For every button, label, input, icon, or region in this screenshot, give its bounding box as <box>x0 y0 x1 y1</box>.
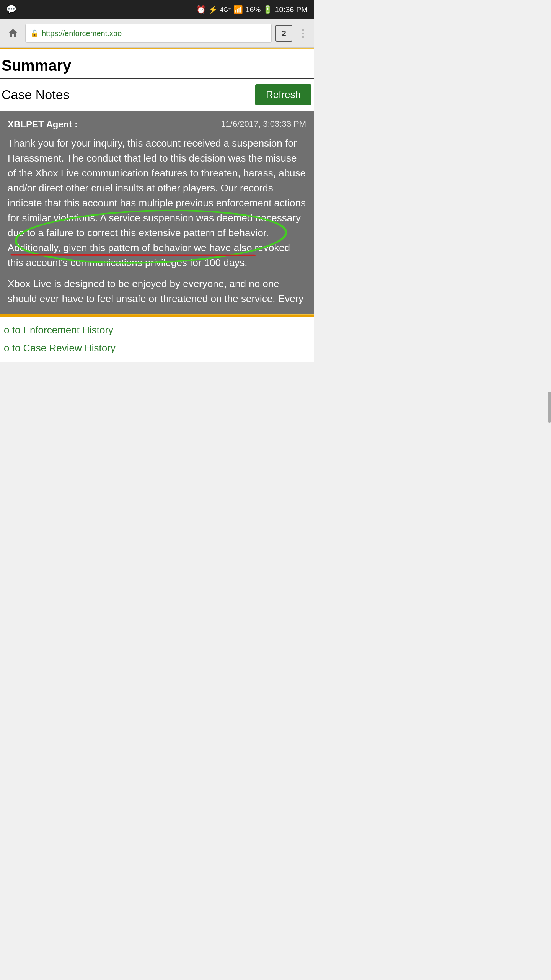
signal-4g-icon: 4G⁺ <box>220 6 231 13</box>
message-text-2: Xbox Live is designed to be enjoyed by e… <box>8 278 303 304</box>
url-text: https://enforcement.xbo <box>42 29 122 38</box>
message-text-1: Thank you for your inquiry, this account… <box>8 137 306 268</box>
battery-percent: 16% <box>245 5 261 14</box>
refresh-button[interactable]: Refresh <box>255 84 311 105</box>
tab-count-button[interactable]: 2 <box>276 25 292 42</box>
status-left: 💬 <box>6 5 16 15</box>
case-notes-label: Case Notes <box>2 87 70 102</box>
svg-line-1 <box>11 255 254 255</box>
url-bar[interactable]: 🔒 https://enforcement.xbo <box>25 24 272 43</box>
summary-section: Summary <box>0 49 314 79</box>
message-area: XBLPET Agent : 11/6/2017, 3:03:33 PM Tha… <box>0 111 314 314</box>
status-right: ⏰ ⚡ 4G⁺ 📶 16% 🔋 10:36 PM <box>196 5 308 14</box>
case-notes-header: Case Notes Refresh <box>0 79 314 111</box>
enforcement-history-link[interactable]: o to Enforcement History <box>4 324 310 336</box>
clock-time: 10:36 PM <box>275 5 308 14</box>
message-paragraph-1: Thank you for your inquiry, this account… <box>8 136 306 270</box>
message-body: Thank you for your inquiry, this account… <box>8 136 306 306</box>
summary-title: Summary <box>2 57 310 74</box>
home-icon <box>7 28 19 39</box>
status-bar: 💬 ⏰ ⚡ 4G⁺ 📶 16% 🔋 10:36 PM <box>0 0 314 19</box>
lightning-icon: ⚡ <box>208 5 218 14</box>
agent-name: XBLPET Agent : <box>8 119 78 130</box>
bottom-links: o to Enforcement History o to Case Revie… <box>0 315 314 362</box>
alarm-icon: ⏰ <box>196 5 206 14</box>
home-button[interactable] <box>5 25 21 42</box>
case-review-history-link[interactable]: o to Case Review History <box>4 342 310 354</box>
lock-icon: 🔒 <box>30 29 39 38</box>
battery-icon: 🔋 <box>263 5 272 14</box>
more-menu-button[interactable]: ⋮ <box>296 25 309 42</box>
chat-bubble-icon: 💬 <box>6 5 16 15</box>
page-content: Summary Case Notes Refresh XBLPET Agent … <box>0 49 314 314</box>
signal-bars-icon: 📶 <box>233 5 243 14</box>
message-header: XBLPET Agent : 11/6/2017, 3:03:33 PM <box>8 119 306 130</box>
browser-chrome: 🔒 https://enforcement.xbo 2 ⋮ <box>0 19 314 48</box>
message-paragraph-2: Xbox Live is designed to be enjoyed by e… <box>8 276 306 306</box>
message-timestamp: 11/6/2017, 3:03:33 PM <box>221 119 306 129</box>
